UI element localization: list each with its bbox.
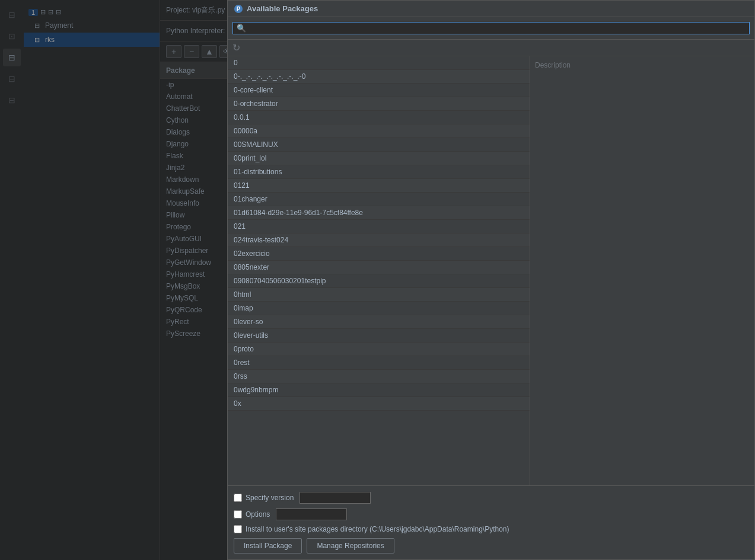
- options-row: Options: [234, 508, 748, 520]
- available-package-item[interactable]: 0-._.-._.-._.-._.-._.-._.-0: [228, 70, 530, 84]
- available-package-item[interactable]: 00000a: [228, 124, 530, 138]
- available-package-item[interactable]: 01-distributions: [228, 165, 530, 179]
- site-pkg-row: Install to user's site packages director…: [234, 525, 748, 533]
- options-checkbox-label[interactable]: Options: [234, 510, 270, 519]
- options-input[interactable]: [276, 508, 347, 520]
- description-column: Description: [530, 56, 754, 485]
- manage-repositories-button[interactable]: Manage Repositories: [307, 538, 394, 553]
- search-row: 🔍: [228, 17, 754, 40]
- available-package-item[interactable]: 01changer: [228, 193, 530, 206]
- button-row: Install Package Manage Repositories: [234, 538, 748, 553]
- available-package-item[interactable]: 090807040506030201testpip: [228, 274, 530, 288]
- available-package-item[interactable]: 00SMALINUX: [228, 138, 530, 152]
- available-package-item[interactable]: 0lever-utils: [228, 329, 530, 343]
- search-icon: 🔍: [237, 24, 246, 33]
- modal-overlay: P Available Packages 🔍 ↻ 00-._.-._.-._.-…: [0, 0, 755, 560]
- site-pkg-checkbox[interactable]: [234, 525, 242, 533]
- available-package-item[interactable]: 0rss: [228, 370, 530, 383]
- available-package-item[interactable]: 0.0.1: [228, 111, 530, 124]
- specify-version-checkbox-label[interactable]: Specify version: [234, 494, 294, 502]
- svg-text:P: P: [237, 6, 241, 12]
- available-package-item[interactable]: 0-core-client: [228, 84, 530, 97]
- refresh-row: ↻: [228, 40, 754, 56]
- available-package-item[interactable]: 0x: [228, 397, 530, 411]
- available-package-item[interactable]: 0imap: [228, 302, 530, 315]
- package-title-icon: P: [234, 4, 243, 14]
- available-package-item[interactable]: 0rest: [228, 356, 530, 370]
- available-packages-dialog: P Available Packages 🔍 ↻ 00-._.-._.-._.-…: [227, 0, 755, 560]
- available-package-item[interactable]: 00print_lol: [228, 152, 530, 165]
- specify-version-row: Specify version: [234, 492, 748, 504]
- available-package-item[interactable]: 0-orchestrator: [228, 97, 530, 111]
- search-wrap: 🔍: [232, 22, 750, 34]
- modal-title-text: Available Packages: [247, 4, 318, 13]
- available-package-item[interactable]: 0121: [228, 179, 530, 193]
- available-package-item[interactable]: 0wdg9nbmpm: [228, 383, 530, 397]
- refresh-icon[interactable]: ↻: [232, 42, 240, 53]
- options-label-text: Options: [246, 510, 270, 519]
- available-package-item[interactable]: 0html: [228, 288, 530, 302]
- available-package-item[interactable]: 0lever-so: [228, 315, 530, 329]
- search-input[interactable]: [249, 24, 746, 33]
- available-package-item[interactable]: 02exercicio: [228, 247, 530, 261]
- available-package-item[interactable]: 01d61084-d29e-11e9-96d1-7c5cf84ffe8e: [228, 206, 530, 220]
- available-package-item[interactable]: 021: [228, 220, 530, 233]
- install-package-button[interactable]: Install Package: [234, 538, 302, 553]
- available-package-item[interactable]: 0proto: [228, 343, 530, 356]
- modal-bottom: Specify version Options Install to user'…: [228, 485, 754, 559]
- specify-version-checkbox[interactable]: [234, 494, 242, 502]
- site-pkg-checkbox-label[interactable]: Install to user's site packages director…: [234, 525, 509, 533]
- description-header-label: Description: [535, 61, 750, 69]
- specify-version-label-text: Specify version: [246, 494, 294, 502]
- available-package-item[interactable]: 0805nexter: [228, 261, 530, 274]
- package-columns: 00-._.-._.-._.-._.-._.-._.-00-core-clien…: [228, 56, 754, 485]
- modal-title-bar: P Available Packages: [228, 1, 754, 17]
- available-package-list[interactable]: 00-._.-._.-._.-._.-._.-._.-00-core-clien…: [228, 56, 530, 485]
- specify-version-input[interactable]: [300, 492, 371, 504]
- available-package-item[interactable]: 0: [228, 56, 530, 70]
- options-checkbox[interactable]: [234, 510, 242, 519]
- available-package-item[interactable]: 024travis-test024: [228, 233, 530, 247]
- site-pkg-text: Install to user's site packages director…: [246, 525, 509, 533]
